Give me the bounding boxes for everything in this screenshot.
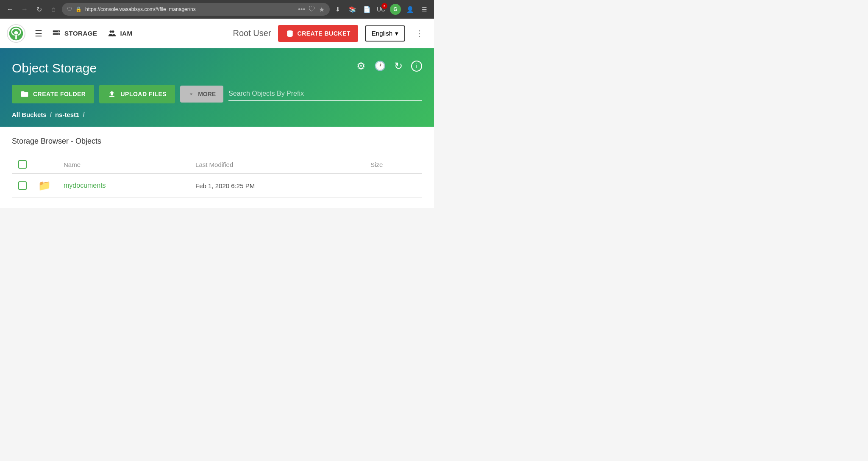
iam-label: IAM <box>120 30 132 37</box>
select-all-checkbox[interactable] <box>18 160 27 169</box>
svg-point-6 <box>112 30 114 33</box>
breadcrumb: All Buckets / ns-test1 / <box>12 111 422 118</box>
nav-item-iam[interactable]: IAM <box>107 29 132 38</box>
more-icon: ••• <box>298 6 305 13</box>
kebab-icon: ⋮ <box>415 29 424 38</box>
wasabi-logo <box>7 24 25 43</box>
folder-type-icon: 📁 <box>38 180 51 191</box>
english-dropdown[interactable]: English ▾ <box>365 25 405 42</box>
col-last-modified: Last Modified <box>190 156 365 173</box>
kebab-menu-button[interactable]: ⋮ <box>412 27 427 40</box>
history-icon: 🕐 <box>374 61 386 72</box>
nav-items: STORAGE IAM <box>52 29 132 38</box>
hamburger-button[interactable]: ☰ <box>32 26 45 41</box>
col-size: Size <box>365 156 422 173</box>
table-body: 📁 mydocuments Feb 1, 2020 6:25 PM <box>12 173 422 198</box>
upload-files-label: UPLOAD FILES <box>120 91 167 97</box>
info-icon: i <box>411 61 422 72</box>
row-size-cell <box>365 173 422 198</box>
col-icon <box>33 156 58 173</box>
storage-icon <box>52 29 61 38</box>
row-name-cell: mydocuments <box>58 173 190 198</box>
badge: 3 <box>381 3 387 9</box>
root-user-label: Root User <box>233 28 271 38</box>
search-input[interactable] <box>228 87 422 101</box>
more-button[interactable]: MORE <box>180 86 223 103</box>
svg-point-4 <box>58 33 59 34</box>
breadcrumb-sep-1: / <box>50 111 52 118</box>
breadcrumb-ns-test1[interactable]: ns-test1 <box>55 111 80 118</box>
main-content: Storage Browser - Objects Name Last Modi… <box>0 127 434 208</box>
hero-icon-row: ⚙ 🕐 ↻ i <box>356 60 422 72</box>
download-icon-btn[interactable]: ⬇ <box>332 4 343 15</box>
folder-link[interactable]: mydocuments <box>64 182 106 189</box>
reload-button[interactable]: ↻ <box>33 3 45 15</box>
shield-icon: 🛡 <box>67 6 72 12</box>
storage-label: STORAGE <box>64 30 97 37</box>
hero-actions: CREATE FOLDER UPLOAD FILES MORE <box>12 85 422 103</box>
refresh-icon: ↻ <box>394 60 403 72</box>
create-folder-label: CREATE FOLDER <box>33 91 86 97</box>
storage-browser-title: Storage Browser - Objects <box>12 137 422 146</box>
home-button[interactable]: ⌂ <box>47 3 59 15</box>
breadcrumb-sep-2: / <box>83 111 84 118</box>
english-label: English <box>372 30 392 37</box>
dropdown-chevron-icon: ▾ <box>395 30 398 37</box>
folder-icon <box>20 90 29 98</box>
reader-icon-btn[interactable]: 📄 <box>361 4 372 15</box>
row-checkbox-cell <box>12 173 33 198</box>
nav-item-storage[interactable]: STORAGE <box>52 29 97 38</box>
library-icon-btn[interactable]: 📚 <box>347 4 358 15</box>
row-icon-cell: 📁 <box>33 173 58 198</box>
svg-point-3 <box>58 31 59 32</box>
refresh-button[interactable]: ↻ <box>394 60 403 72</box>
hero-banner: ⚙ 🕐 ↻ i Object Storage CREATE FOLDER UPL… <box>0 48 434 127</box>
upload-icon <box>108 90 116 98</box>
back-button[interactable]: ← <box>4 3 16 15</box>
menu-icon-btn[interactable]: ☰ <box>419 4 430 15</box>
settings-icon: ⚙ <box>356 60 366 72</box>
row-date-cell: Feb 1, 2020 6:25 PM <box>190 173 365 198</box>
svg-point-5 <box>110 30 112 33</box>
col-checkbox <box>12 156 33 173</box>
more-label: MORE <box>198 91 216 97</box>
row-checkbox[interactable] <box>18 181 27 190</box>
address-bar: 🛡 🔒 ••• 🛡 ★ <box>62 3 330 16</box>
pocket-icon: 🛡 <box>309 6 315 13</box>
iam-icon <box>107 29 117 38</box>
app-header: ☰ STORAGE IAM Root User <box>0 19 434 48</box>
create-bucket-label: CREATE BUCKET <box>298 30 351 37</box>
history-button[interactable]: 🕐 <box>374 60 386 72</box>
forward-button[interactable]: → <box>19 3 31 15</box>
col-name: Name <box>58 156 190 173</box>
star-icon: ★ <box>319 6 325 14</box>
extensions-icon-btn[interactable]: 3 UC <box>376 4 387 15</box>
account-icon-btn[interactable]: 👤 <box>404 4 415 15</box>
browser-chrome: ← → ↻ ⌂ 🛡 🔒 ••• 🛡 ★ ⬇ 📚 📄 3 UC G 👤 ☰ <box>0 0 434 19</box>
breadcrumb-all-buckets[interactable]: All Buckets <box>12 111 47 118</box>
lock-icon: 🔒 <box>75 6 82 12</box>
table-header: Name Last Modified Size <box>12 156 422 173</box>
info-button[interactable]: i <box>411 60 422 72</box>
more-chevron-icon <box>188 91 195 97</box>
objects-table: Name Last Modified Size 📁 mydocuments Fe… <box>12 156 422 198</box>
table-header-row: Name Last Modified Size <box>12 156 422 173</box>
settings-button[interactable]: ⚙ <box>356 60 366 72</box>
create-bucket-button[interactable]: CREATE BUCKET <box>278 25 358 42</box>
create-folder-button[interactable]: CREATE FOLDER <box>12 85 94 103</box>
header-right: Root User CREATE BUCKET English ▾ ⋮ <box>233 25 427 42</box>
url-input[interactable] <box>85 6 295 12</box>
table-row: 📁 mydocuments Feb 1, 2020 6:25 PM <box>12 173 422 198</box>
browser-toolbar-icons: ⬇ 📚 📄 3 UC G 👤 ☰ <box>332 4 430 15</box>
browser-avatar: G <box>390 4 401 15</box>
upload-files-button[interactable]: UPLOAD FILES <box>99 85 175 103</box>
bucket-icon <box>286 29 294 38</box>
